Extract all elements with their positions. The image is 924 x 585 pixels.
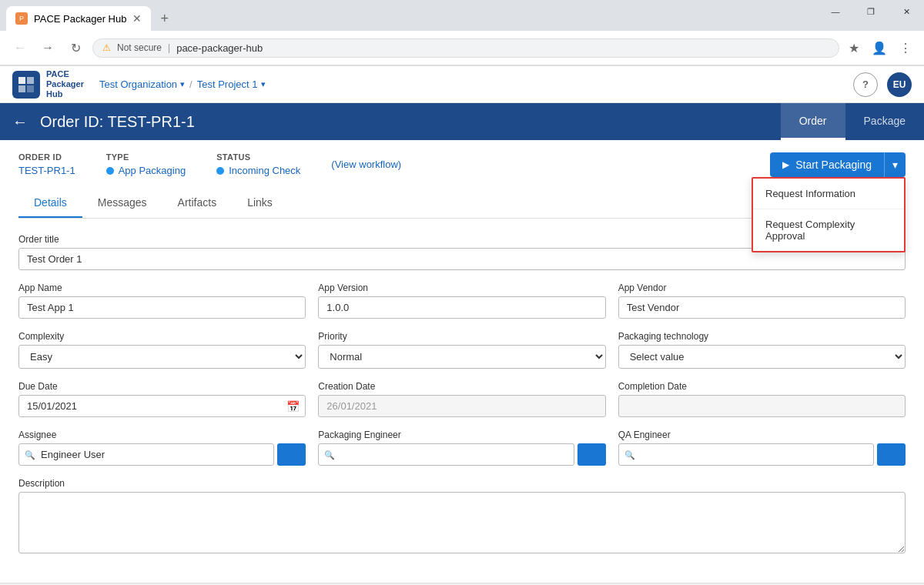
order-id-value[interactable]: TEST-PR1-1 <box>18 165 75 176</box>
assignees-row: Assignee 👤 Packaging Engineer 👤 QA Engin… <box>18 430 906 466</box>
packaging-tech-select[interactable]: Select value MSI MSIX App-V <box>618 345 906 369</box>
dates-row: Due Date 📅 Creation Date Completion Date <box>18 381 906 417</box>
tab-close-button[interactable]: ✕ <box>132 12 142 25</box>
start-packaging-group: ▶ Start Packaging ▾ <box>770 152 906 177</box>
chevron-down-icon: ▾ <box>180 79 185 89</box>
qa-engineer-wrapper: 👤 <box>618 443 906 466</box>
due-date-wrapper: 📅 <box>18 395 306 417</box>
packaging-engineer-picker-button[interactable]: 👤 <box>578 443 606 466</box>
back-button[interactable]: ← <box>9 37 31 58</box>
assignee-input-wrapper: 👤 <box>18 443 306 466</box>
main-content: Order ID TEST-PR1-1 Type App Packaging S… <box>0 140 924 583</box>
start-packaging-dropdown-button[interactable]: ▾ <box>884 152 906 177</box>
packaging-engineer-input[interactable] <box>318 443 574 466</box>
tab-order[interactable]: Order <box>781 103 845 140</box>
request-information-item[interactable]: Request Information <box>753 179 904 209</box>
completion-date-input <box>618 395 906 417</box>
address-separator: | <box>168 42 170 53</box>
user-avatar[interactable]: EU <box>887 72 912 97</box>
tab-package[interactable]: Package <box>845 103 924 140</box>
qa-engineer-group: QA Engineer 👤 <box>618 430 906 466</box>
priority-select[interactable]: Low Normal High Critical <box>318 345 605 369</box>
app-version-input[interactable] <box>318 296 605 319</box>
app-version-group: App Version <box>318 282 605 319</box>
app-vendor-input[interactable] <box>618 296 906 319</box>
maximize-button[interactable]: ❐ <box>853 0 889 23</box>
calendar-icon[interactable]: 📅 <box>286 400 300 413</box>
app-name-group: App Name <box>18 282 306 319</box>
due-date-input[interactable] <box>18 395 306 417</box>
complexity-group: Complexity Easy Normal Hard Very Hard <box>18 331 306 369</box>
complexity-label: Complexity <box>18 331 306 342</box>
breadcrumb: Test Organization ▾ / Test Project 1 ▾ <box>99 79 266 90</box>
security-warning-icon: ⚠ <box>102 42 111 53</box>
order-id-group: Order ID TEST-PR1-1 <box>18 152 75 176</box>
request-complexity-approval-item[interactable]: Request Complexity Approval <box>753 209 904 251</box>
priority-group: Priority Low Normal High Critical <box>318 331 605 369</box>
completion-date-group: Completion Date <box>618 381 906 417</box>
app-name-input[interactable] <box>18 296 306 319</box>
svg-rect-3 <box>27 85 34 92</box>
logo-text: PACE Packager Hub <box>46 69 84 100</box>
help-button[interactable]: ? <box>853 72 878 97</box>
qa-engineer-input[interactable] <box>618 443 874 466</box>
menu-button[interactable]: ⋮ <box>896 38 915 58</box>
description-textarea[interactable] <box>18 492 906 553</box>
assignee-input[interactable] <box>18 443 274 466</box>
tab-favicon: P <box>15 12 28 25</box>
minimize-button[interactable]: — <box>818 0 853 23</box>
refresh-button[interactable]: ↻ <box>65 37 86 58</box>
completion-date-label: Completion Date <box>618 381 906 392</box>
back-button-page[interactable]: ← <box>0 103 40 140</box>
type-label: Type <box>106 152 186 162</box>
view-workflow-link[interactable]: (View workflow) <box>331 159 401 170</box>
type-value: App Packaging <box>106 165 186 176</box>
order-id-label: Order ID <box>18 152 75 162</box>
header-actions: ? EU <box>853 72 912 97</box>
action-area: ▶ Start Packaging ▾ Request Information … <box>770 152 906 177</box>
creation-date-input <box>318 395 605 417</box>
address-bar[interactable]: ⚠ Not secure | pace-packager-hub <box>92 38 839 58</box>
creation-date-group: Creation Date <box>318 381 605 417</box>
profile-button[interactable]: 👤 <box>869 38 890 58</box>
tab-messages[interactable]: Messages <box>82 189 162 218</box>
browser-tab[interactable]: P PACE Packager Hub ✕ <box>6 6 151 31</box>
svg-rect-1 <box>27 77 34 84</box>
creation-date-label: Creation Date <box>318 381 605 392</box>
app-vendor-label: App Vendor <box>618 282 906 293</box>
status-label: Status <box>216 152 300 162</box>
tab-title: PACE Packager Hub <box>34 13 126 25</box>
close-button[interactable]: ✕ <box>889 0 924 23</box>
security-warning-text: Not secure <box>117 42 162 53</box>
packaging-engineer-wrapper: 👤 <box>318 443 605 466</box>
start-packaging-button[interactable]: ▶ Start Packaging <box>770 152 884 177</box>
page-title: Order ID: TEST-PR1-1 <box>40 103 781 140</box>
packaging-tech-group: Packaging technology Select value MSI MS… <box>618 331 906 369</box>
type-dot <box>106 167 114 175</box>
breadcrumb-project[interactable]: Test Project 1 ▾ <box>197 79 266 90</box>
app-info-row: App Name App Version App Vendor <box>18 282 906 319</box>
due-date-label: Due Date <box>18 381 306 392</box>
app-name-label: App Name <box>18 282 306 293</box>
assignee-group: Assignee 👤 <box>18 430 306 466</box>
bookmark-button[interactable]: ★ <box>845 38 862 58</box>
priority-label: Priority <box>318 331 605 342</box>
assignee-picker-button[interactable]: 👤 <box>277 443 306 466</box>
status-value: Incoming Check <box>216 165 300 176</box>
complexity-select[interactable]: Easy Normal Hard Very Hard <box>18 345 306 369</box>
tab-details[interactable]: Details <box>18 189 82 218</box>
app-header: PACE Packager Hub Test Organization ▾ / … <box>0 66 924 103</box>
status-group: Status Incoming Check <box>216 152 300 176</box>
start-packaging-icon: ▶ <box>782 159 789 170</box>
breadcrumb-organization[interactable]: Test Organization ▾ <box>99 79 185 90</box>
tab-artifacts[interactable]: Artifacts <box>162 189 233 218</box>
qa-engineer-picker-button[interactable]: 👤 <box>877 443 906 466</box>
url-text: pace-packager-hub <box>176 42 263 54</box>
tab-links[interactable]: Links <box>232 189 288 218</box>
description-group: Description <box>18 478 906 553</box>
new-tab-button[interactable]: + <box>154 8 175 30</box>
packaging-engineer-group: Packaging Engineer 👤 <box>318 430 605 466</box>
forward-button[interactable]: → <box>37 37 59 58</box>
app-vendor-group: App Vendor <box>618 282 906 319</box>
page-tabs: Order Package <box>781 103 924 140</box>
